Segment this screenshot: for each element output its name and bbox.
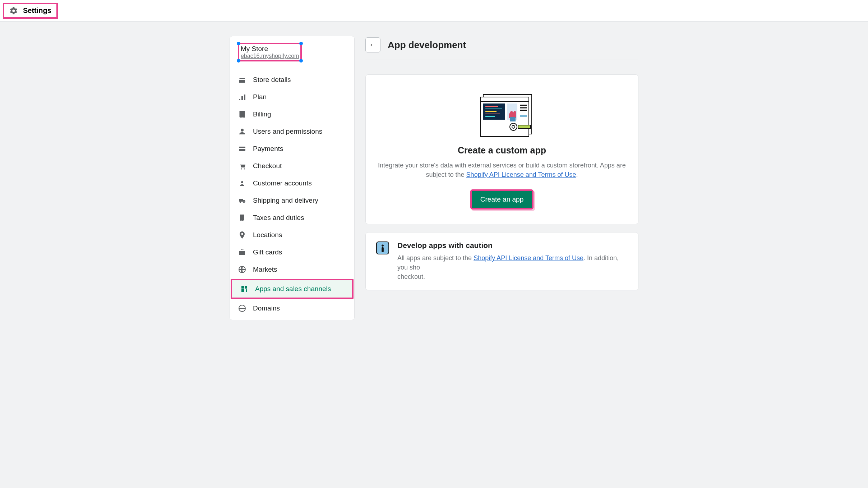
api-license-link-2[interactable]: Shopify API License and Terms of Use [474,254,583,262]
svg-point-3 [241,169,242,170]
gift-icon [238,248,246,257]
sidebar-item-apps[interactable]: Apps and sales channels [231,279,354,299]
sidebar-item-label: Taxes and duties [253,214,304,222]
apps-icon [240,285,249,293]
sidebar-item-payments[interactable]: Payments [230,140,354,157]
sidebar-item-domains[interactable]: Domains [230,300,354,317]
sidebar-item-taxes[interactable]: Taxes and duties [230,209,354,226]
sidebar-item-label: Markets [253,266,277,273]
svg-rect-36 [382,247,384,252]
plan-icon [238,93,246,101]
gear-icon [9,6,18,15]
empty-state-title: Create a custom app [376,145,628,156]
sidebar-item-checkout[interactable]: Checkout [230,157,354,175]
sidebar-item-billing[interactable]: Billing [230,106,354,123]
svg-rect-10 [239,251,245,252]
markets-icon [238,265,246,274]
svg-point-4 [244,169,245,170]
store-url: ebac16.myshopify.com [241,53,299,59]
sidebar-item-gift-cards[interactable]: Gift cards [230,244,354,261]
checkout-icon [238,162,246,170]
settings-label: Settings [23,6,51,15]
svg-point-0 [241,129,244,132]
sidebar-item-markets[interactable]: Markets [230,261,354,278]
sidebar-item-label: Customer accounts [253,179,312,187]
svg-rect-26 [510,117,516,121]
svg-rect-12 [241,286,244,289]
billing-icon [238,110,246,119]
customers-icon [238,179,246,188]
api-license-link[interactable]: Shopify API License and Terms of Use [466,171,576,178]
svg-rect-14 [241,289,244,292]
svg-point-35 [382,245,384,247]
svg-point-6 [240,202,241,203]
users-icon [238,127,246,136]
sidebar-item-plan[interactable]: Plan [230,88,354,106]
sidebar-item-label: Billing [253,110,271,118]
sidebar-item-label: Locations [253,231,282,239]
sidebar-item-customer-accounts[interactable]: Customer accounts [230,175,354,192]
svg-point-31 [510,123,517,130]
sidebar-item-label: Gift cards [253,248,282,256]
page-header: ← App development [365,37,638,60]
settings-sidebar: My Store ebac16.myshopify.com Store deta… [230,36,355,320]
create-app-card: Create a custom app Integrate your store… [365,74,638,224]
sidebar-item-label: Shipping and delivery [253,197,318,204]
topbar: Settings [0,0,868,22]
app-illustration [376,89,628,139]
store-name: My Store [241,45,299,53]
svg-rect-33 [518,125,531,129]
sidebar-item-label: Store details [253,76,291,84]
settings-button[interactable]: Settings [3,3,58,19]
taxes-icon [238,213,246,222]
main-content: ← App development [365,36,638,320]
payments-icon [238,144,246,153]
info-icon [376,241,389,255]
empty-state-description: Integrate your store's data with externa… [376,161,628,179]
caution-card: Develop apps with caution All apps are s… [365,232,638,290]
store-header[interactable]: My Store ebac16.myshopify.com [230,36,354,68]
sidebar-item-label: Domains [253,304,280,312]
domains-icon [238,304,246,313]
store-icon [238,75,246,84]
settings-nav: Store details Plan Billing Users and per… [230,68,354,320]
svg-point-7 [243,202,245,203]
back-button[interactable]: ← [365,37,380,52]
sidebar-item-label: Checkout [253,162,282,170]
create-an-app-button[interactable]: Create an app [470,189,534,210]
sidebar-item-store-details[interactable]: Store details [230,71,354,88]
svg-rect-30 [520,115,527,117]
sidebar-item-users[interactable]: Users and permissions [230,123,354,140]
svg-rect-18 [480,97,529,101]
page-content: My Store ebac16.myshopify.com Store deta… [0,22,868,320]
sidebar-item-label: Apps and sales channels [255,285,331,293]
sidebar-item-label: Payments [253,145,283,153]
page-title: App development [388,40,466,51]
shipping-icon [238,196,246,205]
caution-text: All apps are subject to the Shopify API … [397,253,628,281]
svg-point-8 [241,233,243,235]
arrow-left-icon: ← [369,40,377,50]
locations-icon [238,231,246,239]
sidebar-item-label: Plan [253,93,267,101]
svg-point-5 [241,181,243,183]
svg-rect-2 [239,148,245,149]
sidebar-item-shipping[interactable]: Shipping and delivery [230,192,354,209]
sidebar-item-locations[interactable]: Locations [230,226,354,244]
caution-title: Develop apps with caution [397,241,628,250]
svg-rect-13 [245,286,247,289]
sidebar-item-label: Users and permissions [253,128,322,135]
